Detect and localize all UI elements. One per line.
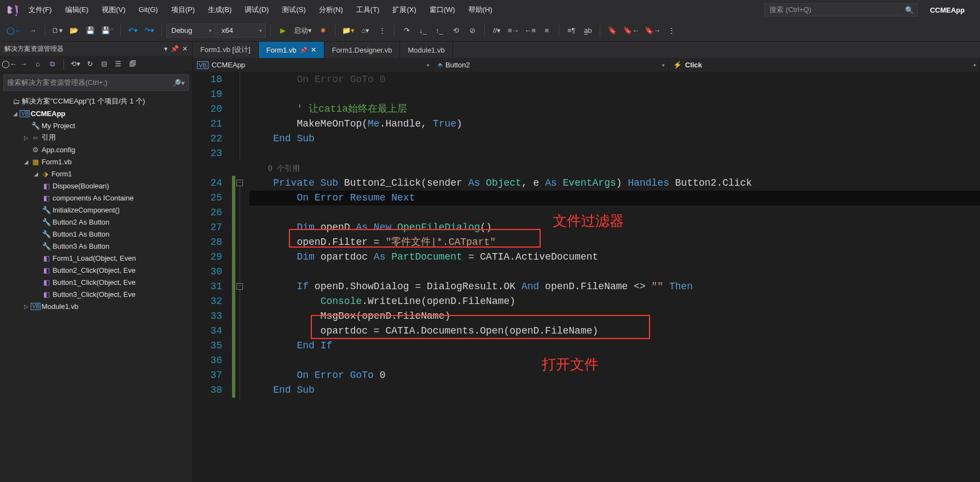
properties-icon[interactable]: 🗐 [126,58,138,70]
references-node[interactable]: ▷▫▫引用 [0,131,192,144]
bookmark-prev-button[interactable]: 🔖← [621,23,641,38]
menu-item[interactable]: Git(G) [132,0,164,20]
search-icon: 🔎▾ [172,79,185,87]
format-button[interactable]: ≡ [539,23,554,38]
editor-tab[interactable]: Form1.vb📌✕ [259,42,324,58]
bookmark-next-button[interactable]: 🔖→ [642,23,663,38]
collapse-icon[interactable]: ⊟ [98,58,110,70]
btn1click-node[interactable]: ◧Button1_Click(Object, Eve [0,276,192,288]
menubar: 文件(F)编辑(E)视图(V)Git(G)项目(P)生成(B)调试(D)测试(S… [0,0,980,20]
comment-button[interactable]: //▾ [489,23,505,38]
btn2click-node[interactable]: ◧Button2_Click(Object, Eve [0,264,192,276]
initcomp-node[interactable]: 🔧InitializeComponent() [0,204,192,216]
uncomment-button[interactable]: ≡¶ [564,23,579,38]
config-combo[interactable]: Debug▾ [166,24,216,38]
menu-item[interactable]: 测试(S) [275,0,312,20]
search-icon: 🔍 [905,6,914,14]
btn3-node[interactable]: 🔧Button3 As Button [0,240,192,252]
solution-search-input[interactable]: 搜索解决方案资源管理器(Ctrl+;) 🔎▾ [3,74,189,91]
menu-item[interactable]: 分析(N) [312,0,350,20]
components-node[interactable]: ◧components As IContaine [0,192,192,204]
save-all-button[interactable]: 💾⁺ [99,23,116,38]
nav-fwd-button[interactable]: → [25,23,40,38]
restart-button[interactable]: ⟲ [448,23,463,38]
nav-scope-combo[interactable]: VBCCMEApp▾ [193,58,433,72]
global-search-input[interactable]: 搜索 (Ctrl+Q) 🔍 [764,3,918,16]
main-toolbar: ◯← → 🗋▾ 📂 💾 💾⁺ ↶▾ ↷▾ Debug▾ x64▾ ▶ 启动 ▾ … [0,20,980,42]
overflow2-button[interactable]: ⋮ [664,23,679,38]
editor-tabs: Form1.vb [设计]Form1.vb📌✕Form1.Designer.vb… [193,42,980,58]
sync-icon[interactable]: ⟲▾ [69,58,82,70]
bookmark-button[interactable]: 🔖 [605,23,620,38]
code-editor[interactable]: 1819202122232425262728293031323334353637… [193,72,980,482]
menu-item[interactable]: 视图(V) [95,0,132,20]
module1-node[interactable]: ▷VBModule1.vb [0,300,192,312]
btn1-node[interactable]: 🔧Button1 As Button [0,228,192,240]
start-label[interactable]: 启动 ▾ [292,23,314,38]
menu-item[interactable]: 调试(D) [238,0,275,20]
fwd-icon[interactable]: → [18,58,30,70]
back-icon[interactable]: ◯← [3,58,15,70]
switch-view-icon[interactable]: ⧉ [46,58,58,70]
menu-item[interactable]: 项目(P) [165,0,201,20]
refresh-icon[interactable]: ↻ [84,58,96,70]
solution-explorer-title: 解决方案资源管理器 ▾ 📌 ✕ [0,42,192,56]
home-icon[interactable]: ⌂ [32,58,44,70]
redo-button[interactable]: ↷▾ [142,23,157,38]
menu-item[interactable]: 窗口(W) [423,0,462,20]
appconfig-node[interactable]: ⚙App.config [0,144,192,156]
undo-button[interactable]: ↶▾ [125,23,141,38]
project-node[interactable]: ◢VBCCMEApp [0,107,192,119]
dispose-node[interactable]: ◧Dispose(Boolean) [0,180,192,192]
menu-item[interactable]: 工具(T) [350,0,386,20]
close-icon[interactable]: ✕ [311,46,316,54]
app-title: CCMEApp [918,6,977,14]
start-debug-button[interactable]: ▶ [275,23,291,38]
solution-tree[interactable]: 🗂解决方案"CCMEApp"(1 个项目/共 1 个) ◢VBCCMEApp 🔧… [0,93,192,482]
menu-item[interactable]: 编辑(E) [59,0,95,20]
form1-class-node[interactable]: ◢⬗Form1 [0,168,192,180]
show-hidden-button[interactable]: ⌂▾ [358,23,373,38]
menu-item[interactable]: 帮助(H) [462,0,499,20]
hot-reload-button[interactable]: ✸ [315,23,330,38]
step-out-button[interactable]: ↑_ [432,23,447,38]
step-into-button[interactable]: ↓_ [415,23,431,38]
toggle-ws-button[interactable]: a̲b [580,23,595,38]
platform-combo[interactable]: x64▾ [217,24,266,38]
indent-inc-button[interactable]: ≡→ [506,23,521,38]
solution-node[interactable]: 🗂解决方案"CCMEApp"(1 个项目/共 1 个) [0,95,192,107]
navigation-bar: VBCCMEApp▾ ⬘Button2▾ ⚡Click▾ [193,58,980,72]
tab-label: Form1.vb [设计] [200,45,251,55]
fold-toggle[interactable]: − [236,180,243,186]
open-button[interactable]: 📂 [66,23,82,38]
form1vb-node[interactable]: ◢▦Form1.vb [0,156,192,168]
solution-explorer-panel: 解决方案资源管理器 ▾ 📌 ✕ ◯← → ⌂ ⧉ ⟲▾ ↻ ⊟ ☰ 🗐 搜索解决… [0,42,193,482]
save-button[interactable]: 💾 [83,23,98,38]
menu-item[interactable]: 文件(F) [22,0,59,20]
editor-tab[interactable]: Module1.vb [400,42,453,58]
panel-dropdown-icon[interactable]: ▾ [164,45,167,53]
tab-label: Form1.Designer.vb [332,46,392,54]
editor-tab[interactable]: Form1.vb [设计] [193,42,259,58]
nav-member-combo[interactable]: ⚡Click▾ [669,58,980,72]
pin-icon[interactable]: 📌 [300,47,308,54]
browse-folder-button[interactable]: 📁▾ [340,23,357,38]
nav-class-combo[interactable]: ⬘Button2▾ [433,58,669,72]
menu-item[interactable]: 扩展(X) [386,0,422,20]
step-over-button[interactable]: ↷ [399,23,414,38]
form1load-node[interactable]: ◧Form1_Load(Object, Even [0,252,192,264]
btn2-node[interactable]: 🔧Button2 As Button [0,216,192,228]
indent-dec-button[interactable]: ←≡ [523,23,538,38]
editor-tab[interactable]: Form1.Designer.vb [324,42,401,58]
myproject-node[interactable]: 🔧My Project [0,119,192,131]
fold-toggle[interactable]: − [236,283,243,290]
show-all-icon[interactable]: ☰ [112,58,124,70]
pin-icon[interactable]: 📌 [171,45,179,53]
nav-back-button[interactable]: ◯← [4,23,24,38]
btn3click-node[interactable]: ◧Button3_Click(Object, Eve [0,288,192,300]
menu-item[interactable]: 生成(B) [201,0,238,20]
overflow1-button[interactable]: ⋮ [374,23,390,38]
new-item-button[interactable]: 🗋▾ [50,23,65,38]
close-icon[interactable]: ✕ [182,45,188,53]
breakpoint-button[interactable]: ⊘ [465,23,480,38]
